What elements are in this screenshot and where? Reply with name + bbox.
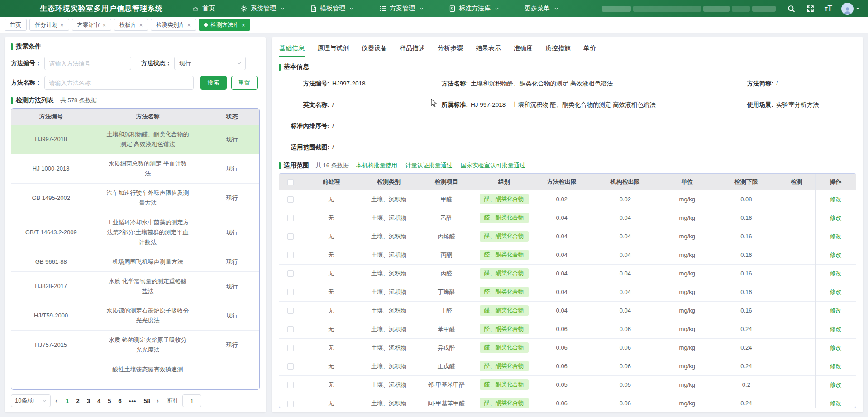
page-tab[interactable]: 任务计划 × (29, 19, 69, 31)
method-list-row[interactable]: GB/T 14643.2-2009 工业循环冷却水中菌藻的测定方法第2部分:土壤… (11, 213, 259, 252)
pagination: 10条/页 ‹ 1 2 3 4 5 6 ••• 58 › 前往 (11, 394, 260, 407)
tab-close-icon[interactable]: × (187, 22, 191, 28)
detail-tab[interactable]: 准确度 (513, 42, 533, 57)
method-list-row[interactable]: HJ/T59-2000 水质铍的测定石墨炉原子吸收分光光度法 现行 (11, 301, 259, 331)
menu-plan[interactable]: 方案管理 (379, 5, 424, 13)
modify-link[interactable]: 修改 (830, 307, 842, 314)
page-tab[interactable]: 方案评审 × (72, 19, 112, 31)
method-name-input[interactable] (44, 76, 194, 90)
row-checkbox[interactable] (287, 382, 294, 388)
detail-tab[interactable]: 样品描述 (399, 42, 425, 57)
method-code-input[interactable] (44, 57, 131, 70)
menu-standard-library[interactable]: 标准方法库 (449, 5, 499, 13)
row-checkbox[interactable] (287, 363, 294, 370)
scope-row: 无 土壤、沉积物 丁烯醛 醛、酮类化合物 0.04 0.04 mg/kg 0.1… (279, 283, 856, 301)
select-all-checkbox[interactable] (287, 179, 294, 185)
fullscreen-icon[interactable] (806, 4, 816, 14)
method-list-row[interactable]: GB 1495-2002 汽车加速行驶车外噪声限值及测量方法 现行 (11, 184, 259, 213)
modify-link[interactable]: 修改 (830, 344, 842, 351)
menu-template[interactable]: 模板管理 (310, 5, 354, 13)
method-list-row[interactable]: GB 9661-88 机场周围飞机噪声测量方法 现行 (11, 252, 259, 272)
batch-use-link[interactable]: 本机构批量使用 (356, 161, 397, 170)
modify-link[interactable]: 修改 (830, 233, 842, 240)
detail-tab[interactable]: 质控措施 (545, 42, 571, 57)
method-status-select[interactable]: 现行 (174, 57, 246, 70)
detail-tab[interactable]: 原理与试剂 (317, 42, 349, 57)
page-number[interactable]: 6 (119, 398, 122, 404)
prev-page-icon[interactable]: ‹ (55, 397, 57, 404)
row-checkbox[interactable] (287, 308, 294, 314)
col-header-truncated: 检测 (778, 174, 816, 190)
row-checkbox[interactable] (287, 215, 294, 221)
page-number[interactable]: 3 (87, 398, 90, 404)
row-checkbox[interactable] (287, 401, 294, 407)
field-english-name: 英文名称: / (279, 101, 439, 109)
detail-tab[interactable]: 仪器设备 (361, 42, 387, 57)
font-size-icon[interactable]: TT (825, 4, 832, 13)
modify-link[interactable]: 修改 (830, 196, 842, 203)
page-number[interactable]: 2 (76, 398, 80, 404)
page-tab[interactable]: 首页 (5, 19, 27, 31)
method-list-row[interactable]: HJ757-2015 水质 铬的测定火焰原子吸收分光光度法 现行 (11, 331, 259, 360)
page-size-select[interactable]: 10条/页 (11, 394, 51, 407)
row-checkbox[interactable] (287, 196, 294, 203)
scope-row: 无 土壤、沉积物 甲醛 醛、酮类化合物 0.02 0.02 mg/kg 0.08… (279, 190, 856, 208)
modify-link[interactable]: 修改 (830, 400, 842, 407)
page-tab[interactable]: 模板库 × (114, 19, 148, 31)
page-tab[interactable]: 检测类别库 × (151, 19, 196, 31)
page-number[interactable]: ••• (129, 398, 137, 404)
row-checkbox[interactable] (287, 345, 294, 351)
tab-close-icon[interactable]: × (139, 22, 143, 28)
modify-link[interactable]: 修改 (830, 270, 842, 277)
scope-title: 适用范围 (279, 161, 309, 170)
method-list-row[interactable]: HJ828-2017 水质 化学需氧量的测定重铬酸盐法 现行 (11, 272, 259, 301)
method-list-row[interactable]: 酸性土壤铵态氮有效磷速测 (11, 360, 259, 379)
row-checkbox[interactable] (287, 252, 294, 258)
national-lab-link[interactable]: 国家实验室认可批量通过 (461, 161, 525, 170)
page-number[interactable]: 1 (66, 398, 69, 404)
chevron-down-icon (237, 60, 242, 67)
modify-link[interactable]: 修改 (830, 363, 842, 370)
user-menu[interactable] (841, 3, 860, 15)
scope-row: 无 土壤、沉积物 间-甲基苯甲醛 醛、酮类化合物 0.06 0.06 mg/kg… (279, 394, 856, 408)
row-checkbox[interactable] (287, 233, 294, 240)
search-icon[interactable] (787, 4, 796, 14)
page-tab[interactable]: 检测方法库 × (199, 19, 250, 31)
page-number[interactable]: 58 (143, 398, 150, 404)
page-tabbar: 首页 任务计划 × 方案评审 × 模板库 × 检测类别库 × 检测方法库 (0, 17, 868, 33)
col-header-group: 组别 (475, 174, 533, 190)
method-name-label: 方法名称： (11, 79, 42, 87)
detail-tab[interactable]: 单价 (583, 42, 596, 57)
reset-button[interactable]: 重置 (231, 76, 258, 90)
detail-tab[interactable]: 分析步骤 (437, 42, 463, 57)
modify-link[interactable]: 修改 (830, 381, 842, 388)
row-checkbox[interactable] (287, 289, 294, 295)
tab-close-icon[interactable]: × (242, 22, 245, 28)
detail-tab[interactable]: 基础信息 (279, 42, 305, 57)
method-list-row[interactable]: HJ 1000-2018 水质细菌总数的测定 平血计数法 现行 (11, 154, 259, 184)
method-list-row[interactable]: HJ997-2018 土壤和沉积物醛、酮类化合物的测定 高效液相色谱法 现行 (11, 125, 259, 154)
modify-link[interactable]: 修改 (830, 214, 842, 221)
modify-link[interactable]: 修改 (830, 289, 842, 295)
row-checkbox[interactable] (287, 270, 294, 277)
modify-link[interactable]: 修改 (830, 326, 842, 332)
search-button[interactable]: 搜索 (200, 76, 227, 90)
tab-close-icon[interactable]: × (60, 22, 64, 28)
scope-table: 前处理 检测类别 检测项目 组别 方法检出限 机构检出限 单位 检测下限 检测 … (279, 173, 856, 408)
row-checkbox[interactable] (287, 326, 294, 332)
page-number[interactable]: 5 (108, 398, 111, 404)
list-icon (379, 5, 386, 12)
goto-page-input[interactable] (182, 394, 201, 407)
menu-home[interactable]: 首页 (192, 5, 215, 13)
page-number[interactable]: 4 (97, 398, 100, 404)
menu-more[interactable]: 更多菜单 (525, 5, 558, 13)
scope-row: 无 土壤、沉积物 异戊醛 醛、酮类化合物 0.06 0.06 mg/kg 0.2… (279, 338, 856, 357)
tab-close-icon[interactable]: × (103, 22, 106, 28)
detail-tab[interactable]: 结果表示 (475, 42, 501, 57)
scope-row: 无 土壤、沉积物 苯甲醛 醛、酮类化合物 0.06 0.06 mg/kg 0.2… (279, 320, 856, 338)
modify-link[interactable]: 修改 (830, 251, 842, 258)
top-navbar: 生态环境实验室多用户信息管理系统 首页 系统管理 模板管理 方案管理 标准方法库… (0, 0, 868, 17)
menu-system[interactable]: 系统管理 (240, 5, 285, 13)
metrology-cert-link[interactable]: 计量认证批量通过 (405, 161, 453, 170)
next-page-icon[interactable]: › (157, 397, 159, 404)
